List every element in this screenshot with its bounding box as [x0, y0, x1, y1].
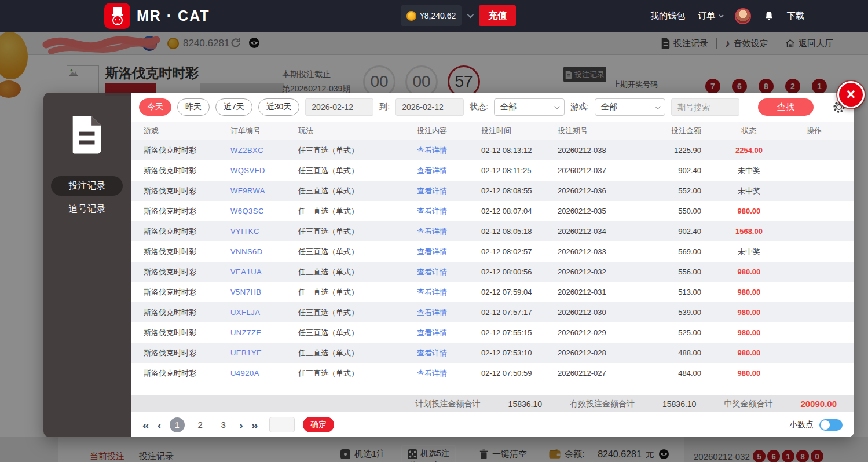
modal-sidebar: 投注记录 追号记录	[43, 93, 131, 437]
row-status: 980.00	[701, 308, 797, 317]
search-button[interactable]: 查找	[758, 98, 814, 116]
brand-logo[interactable]	[104, 3, 130, 29]
next-page-button[interactable]: ›	[239, 419, 243, 431]
sidebar-item-chase-records[interactable]: 追号记录	[51, 199, 123, 219]
row-status: 未中奖	[701, 166, 797, 176]
avatar[interactable]	[735, 8, 751, 24]
sidebar-item-bet-records[interactable]: 投注记录	[51, 176, 123, 196]
row-game: 斯洛伐克时时彩	[144, 368, 230, 379]
row-status: 980.00	[701, 369, 797, 377]
quick-filters: 今天昨天近7天近30天	[139, 98, 299, 116]
game-select[interactable]: 全部	[595, 98, 665, 116]
plan-total-label: 计划投注金额合计	[416, 399, 481, 409]
chevron-down-icon[interactable]	[467, 12, 474, 18]
prev-page-button[interactable]: ‹	[158, 419, 162, 431]
order-number-link[interactable]: WF9RWA	[230, 186, 298, 195]
view-details-link[interactable]: 查看详情	[417, 145, 481, 156]
table-body: 斯洛伐克时时彩WZ2BXC任三直选（单式）查看详情02-12 08:13:122…	[131, 140, 854, 383]
confirm-page-button[interactable]: 确定	[303, 417, 334, 432]
table-row: 斯洛伐克时时彩UEB1YE任三直选（单式）查看详情02-12 07:53:102…	[131, 343, 854, 363]
row-play-type: 任三直选（单式）	[298, 247, 417, 257]
page-number-3[interactable]: 3	[216, 417, 231, 432]
table-header: 游戏订单编号玩法投注内容投注时间投注期号投注金额状态操作	[131, 122, 854, 140]
view-details-link[interactable]: 查看详情	[417, 368, 481, 379]
period-search-input[interactable]	[671, 98, 739, 116]
view-details-link[interactable]: 查看详情	[417, 226, 481, 237]
quick-filter-近7天[interactable]: 近7天	[215, 98, 252, 116]
view-details-link[interactable]: 查看详情	[417, 186, 481, 196]
row-play-type: 任三直选（单式）	[298, 206, 417, 217]
order-number-link[interactable]: VNNS6D	[230, 247, 298, 256]
game-label: 游戏:	[570, 102, 589, 112]
row-bet-amount: 1225.90	[656, 146, 701, 155]
valid-total-value: 15836.10	[662, 399, 696, 409]
download-link[interactable]: 下载	[787, 10, 804, 21]
quick-filter-近30天[interactable]: 近30天	[258, 98, 300, 116]
order-number-link[interactable]: UXFLJA	[230, 308, 298, 317]
page-jump-input[interactable]	[269, 417, 295, 432]
document-icon	[71, 116, 102, 154]
decimal-toggle[interactable]	[819, 419, 843, 431]
row-game: 斯洛伐克时时彩	[144, 247, 230, 257]
row-status: 未中奖	[701, 247, 797, 257]
close-modal-button[interactable]: ×	[837, 81, 865, 108]
bell-icon[interactable]	[764, 10, 774, 21]
bet-records-modal: 投注记录 追号记录 今天昨天近7天近30天 到: 状态: 全部 游戏: 全部	[43, 93, 854, 437]
view-details-link[interactable]: 查看详情	[417, 267, 481, 277]
order-number-link[interactable]: W6Q3SC	[230, 207, 298, 215]
order-number-link[interactable]: VYITKC	[230, 227, 298, 236]
view-details-link[interactable]: 查看详情	[417, 307, 481, 318]
view-details-link[interactable]: 查看详情	[417, 206, 481, 217]
table-row: 斯洛伐克时时彩W6Q3SC任三直选（单式）查看详情02-12 08:07:042…	[131, 201, 854, 221]
order-number-link[interactable]: WQSVFD	[230, 166, 298, 175]
table-row: 斯洛伐克时时彩WZ2BXC任三直选（单式）查看详情02-12 08:13:122…	[131, 140, 854, 160]
table-row: 斯洛伐克时时彩VEA1UA任三直选（单式）查看详情02-12 08:00:562…	[131, 262, 854, 282]
date-from-input[interactable]	[305, 98, 373, 116]
view-details-link[interactable]: 查看详情	[417, 166, 481, 176]
cat-tophat-icon	[109, 6, 126, 26]
row-play-type: 任三直选（单式）	[298, 186, 417, 196]
column-header-period: 投注期号	[558, 126, 656, 136]
balance-pill[interactable]: ¥8,240.62	[401, 5, 462, 26]
view-details-link[interactable]: 查看详情	[417, 287, 481, 298]
wallet-link[interactable]: 我的钱包	[650, 10, 685, 21]
view-details-link[interactable]: 查看详情	[417, 348, 481, 358]
row-game: 斯洛伐克时时彩	[144, 206, 230, 217]
status-select[interactable]: 全部	[494, 98, 565, 116]
order-number-link[interactable]: UEB1YE	[230, 349, 298, 357]
page-number-1[interactable]: 1	[170, 417, 185, 432]
order-number-link[interactable]: U4920A	[230, 369, 298, 377]
game-select-value: 全部	[601, 102, 617, 112]
row-play-type: 任三直选（单式）	[298, 267, 417, 277]
order-number-link[interactable]: UNZ7ZE	[230, 328, 298, 337]
row-status: 980.00	[701, 267, 797, 276]
row-bet-period: 20260212-038	[558, 146, 656, 155]
row-bet-period: 20260212-030	[558, 308, 656, 317]
order-number-link[interactable]: VEA1UA	[230, 267, 298, 276]
recharge-button[interactable]: 充值	[479, 5, 516, 26]
column-header-play: 玩法	[298, 126, 417, 136]
row-play-type: 任三直选（单式）	[298, 166, 417, 176]
view-details-link[interactable]: 查看详情	[417, 328, 481, 338]
row-play-type: 任三直选（单式）	[298, 307, 417, 318]
first-page-button[interactable]: «	[142, 419, 149, 431]
row-play-type: 任三直选（单式）	[298, 368, 417, 379]
date-to-input[interactable]	[395, 98, 464, 116]
column-header-content: 投注内容	[417, 126, 481, 136]
page-number-2[interactable]: 2	[193, 417, 208, 432]
valid-total-label: 有效投注金额合计	[570, 399, 635, 409]
quick-filter-昨天[interactable]: 昨天	[177, 98, 210, 116]
orders-link[interactable]: 订单	[698, 10, 722, 21]
spacer	[131, 383, 854, 395]
row-game: 斯洛伐克时时彩	[144, 307, 230, 318]
view-details-link[interactable]: 查看详情	[417, 247, 481, 257]
order-number-link[interactable]: V5N7HB	[230, 288, 298, 296]
table-row: 斯洛伐克时时彩V5N7HB任三直选（单式）查看详情02-12 07:59:042…	[131, 282, 854, 302]
order-number-link[interactable]: WZ2BXC	[230, 146, 298, 155]
row-bet-amount: 484.00	[656, 369, 701, 377]
column-header-order: 订单编号	[230, 126, 298, 136]
quick-filter-今天[interactable]: 今天	[139, 98, 171, 116]
row-game: 斯洛伐克时时彩	[144, 145, 230, 156]
row-bet-amount: 552.00	[656, 186, 701, 195]
last-page-button[interactable]: »	[251, 419, 258, 431]
